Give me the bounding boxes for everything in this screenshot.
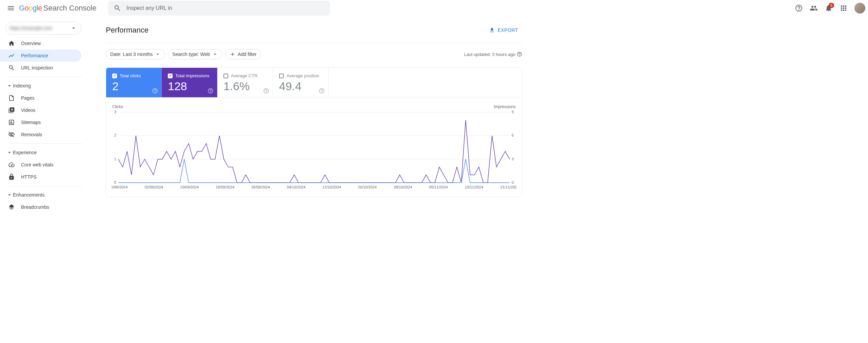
metrics-row: Total clicks 2 Total impressions 128 [106, 68, 522, 98]
sidebar-item-https[interactable]: HTTPS [0, 171, 81, 183]
chevron-down-icon [6, 191, 13, 198]
nav-label: Performance [21, 53, 48, 58]
help-icon [795, 4, 803, 12]
export-button[interactable]: EXPORT [485, 24, 522, 36]
help-icon[interactable] [263, 88, 269, 94]
sidebar-item-core-web-vitals[interactable]: Core web vitals [0, 159, 81, 171]
svg-text:13/11/2024: 13/11/2024 [465, 185, 484, 189]
metric-label: Total clicks [120, 73, 141, 78]
sidebar-item-removals[interactable]: Removals [0, 128, 81, 141]
nav-label: Breadcrumbs [21, 204, 49, 210]
help-icon[interactable] [208, 88, 214, 94]
lock-icon [8, 174, 15, 180]
help-icon[interactable] [517, 52, 522, 57]
svg-text:26/09/2024: 26/09/2024 [251, 185, 270, 189]
metric-label: Average CTR [231, 73, 258, 78]
svg-text:3: 3 [114, 110, 116, 114]
help-icon[interactable] [319, 88, 325, 94]
filter-search-type[interactable]: Search type: Web [168, 49, 222, 59]
sitemap-icon [8, 119, 15, 126]
help-icon[interactable] [152, 88, 158, 94]
divider [8, 186, 82, 186]
dropdown-icon [212, 51, 218, 57]
avatar[interactable] [854, 3, 865, 14]
property-selector[interactable]: https://example.com [5, 22, 81, 35]
metric-value: 1.6% [223, 80, 267, 92]
section-indexing[interactable]: Indexing [0, 80, 87, 92]
sidebar-item-pages[interactable]: Pages [0, 92, 81, 104]
chip-label: Date: Last 3 months [110, 52, 153, 57]
svg-text:3: 3 [512, 157, 514, 161]
sidebar-item-videos[interactable]: Videos [0, 104, 81, 116]
page-icon [8, 95, 15, 101]
svg-text:04/10/2024: 04/10/2024 [287, 185, 305, 189]
dropdown-icon [70, 25, 77, 32]
layers-icon [8, 204, 15, 210]
divider [106, 43, 522, 43]
export-label: EXPORT [498, 27, 518, 33]
metric-total-impressions[interactable]: Total impressions 128 [162, 68, 217, 97]
section-label: Indexing [13, 83, 31, 88]
chip-label: Search type: Web [172, 52, 210, 57]
sidebar-item-breadcrumbs[interactable]: Breadcrumbs [0, 201, 81, 213]
nav-label: Overview [21, 41, 41, 46]
metric-average-position[interactable]: Average position 49.4 [273, 68, 329, 97]
metric-value: 2 [112, 80, 155, 92]
sidebar-item-sitemaps[interactable]: Sitemaps [0, 116, 81, 128]
visibility-off-icon [8, 131, 15, 138]
nav-label: Sitemaps [21, 120, 41, 125]
search-input[interactable] [126, 5, 324, 11]
page-title: Performance [106, 26, 149, 35]
help-button[interactable] [792, 1, 806, 15]
checkbox-checked-icon [168, 74, 173, 78]
svg-text:10/09/2024: 10/09/2024 [180, 185, 199, 189]
svg-text:20/10/2024: 20/10/2024 [358, 185, 377, 189]
section-enhancements[interactable]: Enhancements [0, 189, 87, 201]
sidebar-item-overview[interactable]: Overview [0, 37, 81, 49]
people-button[interactable] [807, 1, 821, 15]
metric-total-clicks[interactable]: Total clicks 2 [106, 68, 162, 97]
logo[interactable]: Google Search Console [19, 4, 97, 13]
svg-text:18/09/2024: 18/09/2024 [216, 185, 234, 189]
svg-text:2: 2 [114, 133, 116, 137]
svg-text:28/10/2024: 28/10/2024 [394, 185, 412, 189]
search-bar[interactable] [108, 1, 330, 16]
svg-text:0: 0 [114, 180, 116, 184]
menu-button[interactable] [3, 0, 19, 16]
nav-label: Removals [21, 132, 42, 137]
video-icon [8, 107, 15, 114]
chip-label: Add filter [238, 52, 256, 57]
download-icon [489, 27, 495, 33]
main-content: Performance EXPORT Date: Last 3 months S… [87, 16, 528, 213]
sidebar-item-url-inspection[interactable]: URL inspection [0, 62, 81, 74]
metric-value: 49.4 [279, 80, 322, 92]
search-icon [8, 64, 15, 71]
chart[interactable]: 3926130025/08/202402/09/202410/09/202418… [112, 110, 516, 191]
last-updated-text: Last updated: 3 hours ago [464, 52, 515, 57]
svg-text:12/10/2024: 12/10/2024 [322, 185, 341, 189]
speed-icon [8, 161, 15, 168]
app-name: Search Console [43, 4, 97, 13]
add-filter-button[interactable]: Add filter [225, 49, 261, 59]
sidebar-item-performance[interactable]: Performance [0, 49, 81, 62]
nav-label: Pages [21, 95, 35, 101]
divider [8, 77, 82, 77]
nav-label: URL inspection [21, 65, 53, 70]
plus-icon [230, 51, 236, 57]
filter-date[interactable]: Date: Last 3 months [106, 49, 165, 59]
svg-text:02/09/2024: 02/09/2024 [144, 185, 163, 189]
svg-text:21/11/2024: 21/11/2024 [500, 185, 516, 189]
notifications-button[interactable]: 6 [822, 1, 835, 15]
property-text: https://example.com [10, 25, 70, 31]
checkbox-unchecked-icon [279, 74, 284, 78]
section-experience[interactable]: Experience [0, 146, 87, 159]
apps-button[interactable] [837, 1, 850, 15]
svg-text:9: 9 [512, 110, 514, 114]
metric-average-ctr[interactable]: Average CTR 1.6% [217, 68, 273, 97]
metric-label: Total impressions [175, 73, 209, 78]
checkbox-checked-icon [112, 74, 117, 78]
metric-value: 128 [168, 80, 211, 92]
chevron-down-icon [6, 149, 13, 156]
svg-text:05/11/2024: 05/11/2024 [429, 185, 448, 189]
svg-text:25/08/2024: 25/08/2024 [112, 185, 127, 189]
